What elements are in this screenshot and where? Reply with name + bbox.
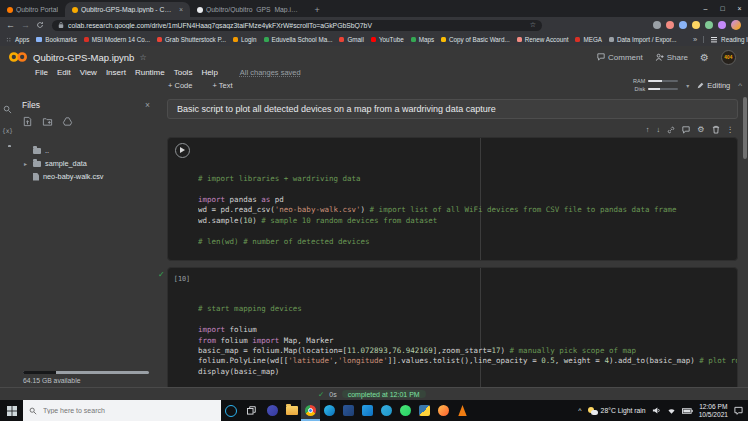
extension-yellow-icon[interactable] [692,21,700,29]
bookmark-login[interactable]: Login [233,36,256,43]
new-folder-icon[interactable] [42,116,53,127]
code-line[interactable]: wd.sample(10) # sample 10 random devices… [198,216,735,226]
extension-puzzle-icon[interactable] [653,21,661,29]
bookmark-bookmarks[interactable]: Bookmarks [36,36,77,43]
taskbar-app-vscode[interactable] [358,400,377,421]
new-tab-button[interactable]: + [310,3,324,16]
code-cell-1[interactable]: # import libraries + wardriving data imp… [167,137,738,261]
battery-icon[interactable] [682,408,693,414]
bookmark-data-import-expor[interactable]: Data Import / Expor... [609,36,677,43]
code-line[interactable]: basic_map = folium.Map(location=[11.0728… [198,346,735,356]
file-item-[interactable]: .. [15,144,157,157]
tray-overflow-icon[interactable]: ^ [578,407,581,414]
browser-tab[interactable]: Qubitro-GPS-Map.ipynb - Colab× [65,2,190,17]
extension-green-icon[interactable] [705,21,713,29]
weather-widget[interactable]: 28°C Light rain [588,407,646,415]
add-text-button[interactable]: + Text [207,79,237,92]
bookmark-star-icon[interactable]: ☆ [530,21,536,29]
code-line[interactable] [198,226,735,236]
code-line[interactable]: import pandas as pd [198,195,735,205]
execution-count[interactable]: [10] [168,275,196,283]
delete-cell-icon[interactable] [712,125,720,134]
back-icon[interactable]: ← [6,21,15,30]
taskbar-app-teams[interactable] [263,400,282,421]
bookmark-maps[interactable]: Maps [411,36,434,43]
code-line[interactable] [198,315,735,325]
cortana-button[interactable] [221,400,241,421]
code-cell-2[interactable]: ✓ [10] # start mapping devices import fo… [167,267,738,388]
resource-monitor[interactable]: RAM Disk [631,78,678,92]
notebook-scrollbar[interactable] [743,97,747,159]
taskbar-search[interactable] [23,400,221,421]
code-editor[interactable]: # import libraries + wardriving data imp… [198,138,737,260]
menu-runtime[interactable]: Runtime [135,68,165,77]
taskbar-app-word[interactable] [339,400,358,421]
code-line[interactable]: # import libraries + wardriving data [198,174,735,184]
cell-settings-gear-icon[interactable]: ⚙ [697,126,704,134]
code-line[interactable]: wd = pd.read_csv('neo-baby-walk.csv') # … [198,205,735,215]
link-cell-icon[interactable] [667,126,675,134]
forward-icon[interactable]: → [21,21,30,30]
menu-edit[interactable]: Edit [57,68,71,77]
taskbar-app-file-explorer[interactable] [282,400,301,421]
bookmark-youtube[interactable]: YouTube [371,36,404,43]
menu-insert[interactable]: Insert [106,68,126,77]
bookmark-mega[interactable]: MEGA [575,36,602,43]
extension-red-icon[interactable] [666,21,674,29]
user-avatar[interactable]: 404 [721,50,736,65]
taskbar-app-vlc[interactable] [453,400,472,421]
maximize-icon[interactable]: □ [714,0,731,17]
bookmark-copy-of-basic-ward[interactable]: Copy of Basic Ward... [441,36,510,43]
code-line[interactable]: from folium import Map, Marker [198,336,735,346]
comment-button[interactable]: Comment [597,53,643,62]
code-editor[interactable]: # start mapping devices import foliumfro… [198,268,737,388]
move-cell-up-icon[interactable]: ↑ [646,126,650,134]
taskbar-search-input[interactable] [41,406,195,415]
code-line[interactable]: import folium [198,325,735,335]
bookmark-apps[interactable]: Apps [6,36,29,43]
star-notebook-icon[interactable]: ☆ [139,53,146,62]
reading-list-button[interactable]: Reading list [703,36,748,43]
close-icon[interactable]: × [731,0,748,17]
volume-icon[interactable] [652,406,661,415]
code-line[interactable] [198,185,735,195]
close-panel-icon[interactable]: × [145,100,150,110]
browser-tab[interactable]: Qubitro/Qubitro_GPS_Map.ipyn [190,2,307,17]
move-cell-down-icon[interactable]: ↓ [657,126,661,134]
reload-icon[interactable] [36,21,44,29]
bookmarks-overflow-icon[interactable]: » [693,35,697,44]
taskbar-app-whatsapp[interactable] [396,400,415,421]
taskbar-app-telegram[interactable] [377,400,396,421]
mount-drive-icon[interactable] [62,116,73,127]
taskbar-app-edge[interactable] [320,400,339,421]
settings-gear-icon[interactable]: ⚙ [700,52,709,63]
code-line[interactable]: # len(wd) # number of detected devices [198,237,735,247]
collapse-header-icon[interactable]: ^ [738,81,742,90]
tab-close-icon[interactable]: × [179,6,183,13]
task-view-button[interactable] [241,400,261,421]
share-button[interactable]: Share [655,53,688,62]
comment-cell-icon[interactable] [682,126,690,134]
extension-blue-icon[interactable] [679,21,687,29]
taskbar-app-chrome[interactable] [301,400,320,421]
bookmark-msi-modern-14-co[interactable]: MSI Modern 14 Co... [84,36,150,43]
editing-mode-button[interactable]: Editing [697,81,730,90]
more-cell-actions-icon[interactable]: ⋮ [727,126,735,134]
autosave-status[interactable]: All changes saved [240,68,301,77]
taskbar-app-firefox[interactable] [434,400,453,421]
menu-tools[interactable]: Tools [174,68,193,77]
network-wifi-icon[interactable] [667,406,676,415]
add-code-button[interactable]: + Code [163,79,197,92]
menu-view[interactable]: View [80,68,97,77]
file-item-neo-baby-walk-csv[interactable]: neo-baby-walk.csv [15,170,157,183]
browser-profile-avatar[interactable] [731,20,741,30]
start-button[interactable] [0,400,23,421]
code-line[interactable]: folium.PolyLine(wd[['latitude','longitud… [198,356,735,366]
upload-file-icon[interactable] [22,116,33,127]
browser-tab[interactable]: Qubitro Portal [0,2,65,17]
address-bar[interactable]: colab.research.google.com/drive/1mUFN4Ha… [52,20,542,31]
taskbar-clock[interactable]: 12:06 PM 10/5/2021 [699,403,728,419]
code-line[interactable]: # start mapping devices [198,304,735,314]
run-cell-button[interactable] [175,143,190,158]
extension-purple-icon[interactable] [718,21,726,29]
